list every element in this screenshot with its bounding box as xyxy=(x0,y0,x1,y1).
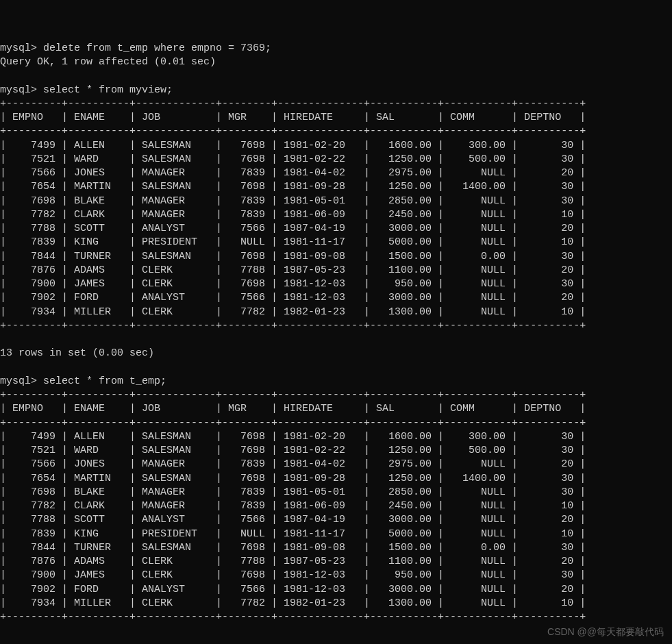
prompt: mysql> xyxy=(0,84,43,96)
table-t-emp: +---------+----------+-------------+----… xyxy=(0,389,586,623)
command-select-view: select * from myview; xyxy=(43,84,173,96)
prompt: mysql> xyxy=(0,42,43,54)
command-select-temp: select * from t_emp; xyxy=(43,375,166,387)
watermark: CSDN @@每天都要敲代码 xyxy=(547,626,664,639)
rows-in-set: 13 rows in set (0.00 sec) xyxy=(0,347,154,359)
command-delete: delete from t_emp where empno = 7369; xyxy=(43,42,271,54)
table-myview: +---------+----------+-------------+----… xyxy=(0,98,586,332)
query-result: Query OK, 1 row affected (0.01 sec) xyxy=(0,56,216,68)
prompt: mysql> xyxy=(0,375,43,387)
terminal-output[interactable]: mysql> delete from t_emp where empno = 7… xyxy=(0,42,672,625)
